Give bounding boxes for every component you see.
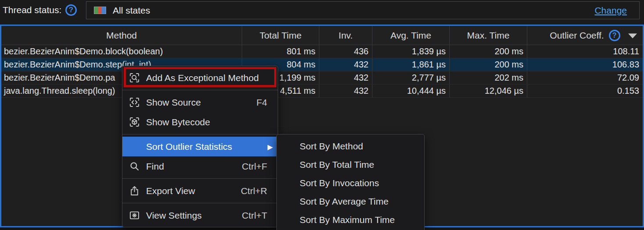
sort-outlier-statistics-submenu: Sort By Method Sort By Total Time Sort B… bbox=[276, 134, 425, 230]
outlier-coeff-help-icon[interactable]: ? bbox=[609, 30, 620, 41]
menu-item-sort-outlier-statistics[interactable]: Sort Outlier Statistics ▶ bbox=[122, 137, 278, 156]
submenu-item-sort-by-invocations[interactable]: Sort By Invocations bbox=[277, 174, 424, 192]
column-header-max-time[interactable]: Max. Time bbox=[450, 26, 527, 45]
column-header-total-time[interactable]: Total Time bbox=[242, 26, 319, 45]
menu-item-add-as-exceptional-method[interactable]: Add As Exceptional Method bbox=[122, 68, 278, 88]
thread-status-toolbar: Thread status: ? All states Change bbox=[0, 0, 644, 25]
thread-state-filter-dropdown[interactable]: All states Change bbox=[86, 1, 640, 19]
sort-caret-icon bbox=[628, 33, 637, 38]
question-mark-glyph: ? bbox=[69, 6, 73, 14]
thread-status-label: Thread status: bbox=[3, 5, 61, 15]
table-header-row: Method Total Time Inv. Avg. Time Max. Ti… bbox=[1, 26, 643, 45]
cell-max-time: 200 ms bbox=[450, 45, 527, 58]
cell-outlier-coeff: 106.83 bbox=[527, 58, 643, 71]
table-row[interactable]: bezier.BezierAnim$Demo.pa 1,199 ms 432 2… bbox=[1, 71, 643, 85]
cell-avg-time: 10,444 µs bbox=[372, 85, 450, 97]
table-row-selected[interactable]: bezier.BezierAnim$Demo.step(int, int) 80… bbox=[1, 58, 643, 71]
menu-separator bbox=[122, 203, 278, 203]
export-icon bbox=[129, 185, 140, 197]
show-source-icon bbox=[129, 96, 140, 108]
menu-item-find[interactable]: Find Ctrl+F bbox=[122, 156, 278, 176]
column-header-method[interactable]: Method bbox=[1, 26, 242, 45]
cell-max-time: 12,046 µs bbox=[450, 85, 527, 97]
view-settings-icon bbox=[129, 209, 140, 221]
shortcut-label: Ctrl+R bbox=[241, 186, 267, 196]
cell-max-time: 202 ms bbox=[450, 71, 527, 84]
cell-outlier-coeff: 72.09 bbox=[527, 71, 643, 84]
submenu-item-sort-by-maximum-time[interactable]: Sort By Maximum Time bbox=[277, 211, 424, 229]
table-row[interactable]: java.lang.Thread.sleep(long) 4,511 ms 43… bbox=[1, 85, 643, 98]
cell-avg-time: 2,777 µs bbox=[372, 71, 450, 84]
menu-item-export-view[interactable]: Export View Ctrl+R bbox=[122, 181, 278, 201]
thread-state-filter-value: All states bbox=[113, 5, 150, 16]
thread-states-icon bbox=[94, 7, 106, 14]
cell-invocations: 432 bbox=[319, 71, 372, 84]
shortcut-label: Ctrl+T bbox=[242, 210, 267, 221]
cell-outlier-coeff: 0.153 bbox=[527, 85, 643, 97]
cell-invocations: 432 bbox=[319, 58, 372, 71]
menu-item-show-source[interactable]: Show Source F4 bbox=[122, 92, 278, 112]
show-bytecode-icon bbox=[129, 116, 140, 128]
change-link[interactable]: Change bbox=[594, 5, 627, 16]
menu-separator bbox=[122, 178, 278, 179]
submenu-item-sort-by-total-time[interactable]: Sort By Total Time bbox=[277, 156, 424, 174]
column-header-outlier-coeff[interactable]: Outlier Coeff. ? bbox=[527, 26, 643, 45]
cell-total-time: 801 ms bbox=[242, 45, 319, 58]
column-header-invocations[interactable]: Inv. bbox=[319, 26, 372, 45]
menu-item-show-bytecode[interactable]: Show Bytecode bbox=[122, 112, 278, 132]
cell-invocations: 436 bbox=[319, 45, 372, 58]
find-icon bbox=[129, 160, 140, 172]
cell-invocations: 432 bbox=[319, 85, 372, 97]
submenu-arrow-icon: ▶ bbox=[268, 142, 273, 151]
cell-method: bezier.BezierAnim$Demo.block(boolean) bbox=[1, 45, 242, 58]
cell-outlier-coeff: 108.11 bbox=[527, 45, 643, 58]
menu-separator bbox=[122, 90, 278, 90]
cell-avg-time: 1,839 µs bbox=[372, 45, 450, 58]
column-header-avg-time[interactable]: Avg. Time bbox=[372, 26, 450, 45]
cell-max-time: 200 ms bbox=[450, 58, 527, 71]
menu-separator bbox=[122, 134, 278, 134]
thread-status-help-icon[interactable]: ? bbox=[65, 4, 77, 16]
menu-item-view-settings[interactable]: View Settings Ctrl+T bbox=[122, 205, 278, 225]
shortcut-label: Ctrl+F bbox=[242, 161, 267, 172]
add-exceptional-method-icon bbox=[129, 72, 140, 84]
cell-avg-time: 1,861 µs bbox=[372, 58, 450, 71]
submenu-item-sort-by-average-time[interactable]: Sort By Average Time bbox=[277, 192, 424, 211]
context-menu: Add As Exceptional Method Show Source F4… bbox=[122, 66, 278, 227]
submenu-item-sort-by-method[interactable]: Sort By Method bbox=[277, 137, 424, 156]
shortcut-label: F4 bbox=[256, 97, 267, 108]
table-row[interactable]: bezier.BezierAnim$Demo.block(boolean) 80… bbox=[1, 45, 643, 58]
